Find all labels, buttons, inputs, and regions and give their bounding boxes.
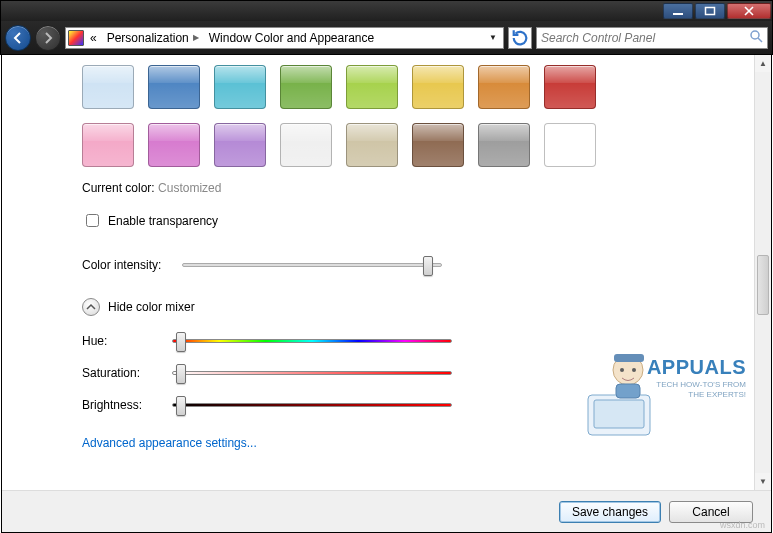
chevron-down-icon: ▼ (489, 33, 497, 42)
color-swatch[interactable] (214, 123, 266, 167)
window-client: Current color: Customized Enable transpa… (1, 55, 772, 533)
color-swatch[interactable] (280, 65, 332, 109)
dialog-footer: Save changes Cancel (2, 490, 771, 532)
chevrons-left-icon: « (90, 31, 97, 45)
search-placeholder: Search Control Panel (541, 31, 655, 45)
color-swatch[interactable] (346, 123, 398, 167)
color-swatch[interactable] (82, 65, 134, 109)
save-changes-button[interactable]: Save changes (559, 501, 661, 523)
color-swatch[interactable] (82, 123, 134, 167)
breadcrumb-window-color[interactable]: Window Color and Appearance (205, 31, 378, 45)
color-swatch[interactable] (346, 65, 398, 109)
color-swatch[interactable] (412, 65, 464, 109)
color-swatch[interactable] (148, 65, 200, 109)
breadcrumb-prefix[interactable]: « (86, 31, 101, 45)
saturation-label: Saturation: (82, 366, 162, 380)
color-intensity-label: Color intensity: (82, 258, 172, 272)
nav-back-button[interactable] (5, 25, 31, 51)
current-color-label: Current color: (82, 181, 155, 195)
breadcrumb-label: Window Color and Appearance (209, 31, 374, 45)
search-icon (749, 29, 763, 46)
slider-thumb[interactable] (423, 256, 433, 276)
color-swatch[interactable] (544, 123, 596, 167)
svg-rect-0 (673, 13, 683, 15)
source-note: wsxdn.com (720, 520, 765, 530)
color-swatch-row (82, 123, 691, 167)
color-swatch[interactable] (544, 65, 596, 109)
address-bar[interactable]: « Personalization ▶ Window Color and App… (65, 27, 504, 49)
vertical-scrollbar[interactable]: ▲ ▼ (754, 55, 771, 490)
svg-rect-1 (706, 8, 715, 15)
maximize-icon (704, 6, 716, 16)
control-panel-icon (68, 30, 84, 46)
color-swatch[interactable] (478, 123, 530, 167)
slider-thumb[interactable] (176, 396, 186, 416)
arrow-right-icon (41, 31, 55, 45)
breadcrumb-label: Personalization (107, 31, 189, 45)
content-area: Current color: Customized Enable transpa… (2, 55, 771, 490)
refresh-button[interactable] (508, 27, 532, 49)
chevron-up-icon (82, 298, 100, 316)
color-mixer-panel: Hue: Saturation: Brightness: (82, 334, 691, 412)
enable-transparency-checkbox[interactable] (86, 214, 99, 227)
color-swatch[interactable] (280, 123, 332, 167)
nav-forward-button[interactable] (35, 25, 61, 51)
color-swatch[interactable] (478, 65, 530, 109)
close-icon (743, 6, 755, 16)
search-input[interactable]: Search Control Panel (536, 27, 768, 49)
window-minimize-button[interactable] (663, 3, 693, 19)
brightness-slider[interactable] (172, 403, 452, 407)
hue-slider[interactable] (172, 339, 452, 343)
breadcrumb-personalization[interactable]: Personalization ▶ (103, 31, 203, 45)
explorer-navbar: « Personalization ▶ Window Color and App… (0, 21, 773, 55)
address-dropdown-button[interactable]: ▼ (485, 33, 501, 42)
refresh-icon (509, 27, 531, 49)
saturation-slider[interactable] (172, 371, 452, 375)
slider-thumb[interactable] (176, 364, 186, 384)
color-swatch-row (82, 65, 691, 109)
window-titlebar (0, 0, 773, 21)
enable-transparency-label[interactable]: Enable transparency (108, 214, 218, 228)
window-close-button[interactable] (727, 3, 771, 19)
current-color-line: Current color: Customized (82, 181, 691, 195)
color-intensity-slider[interactable] (182, 263, 442, 267)
hue-label: Hue: (82, 334, 162, 348)
svg-point-2 (751, 31, 759, 39)
chevron-down-icon: ▼ (759, 477, 767, 486)
brightness-label: Brightness: (82, 398, 162, 412)
chevron-right-icon: ▶ (193, 33, 199, 42)
minimize-icon (672, 6, 684, 16)
color-mixer-toggle-label: Hide color mixer (108, 300, 195, 314)
window-maximize-button[interactable] (695, 3, 725, 19)
current-color-value: Customized (158, 181, 221, 195)
color-swatch[interactable] (412, 123, 464, 167)
arrow-left-icon (11, 31, 25, 45)
color-swatch[interactable] (148, 123, 200, 167)
scroll-down-button[interactable]: ▼ (755, 473, 771, 490)
color-mixer-toggle[interactable]: Hide color mixer (82, 298, 691, 316)
chevron-up-icon: ▲ (759, 59, 767, 68)
color-swatch[interactable] (214, 65, 266, 109)
slider-thumb[interactable] (176, 332, 186, 352)
scrollbar-thumb[interactable] (757, 255, 769, 315)
advanced-appearance-link[interactable]: Advanced appearance settings... (82, 436, 257, 450)
svg-line-3 (758, 38, 762, 42)
scroll-up-button[interactable]: ▲ (755, 55, 771, 72)
